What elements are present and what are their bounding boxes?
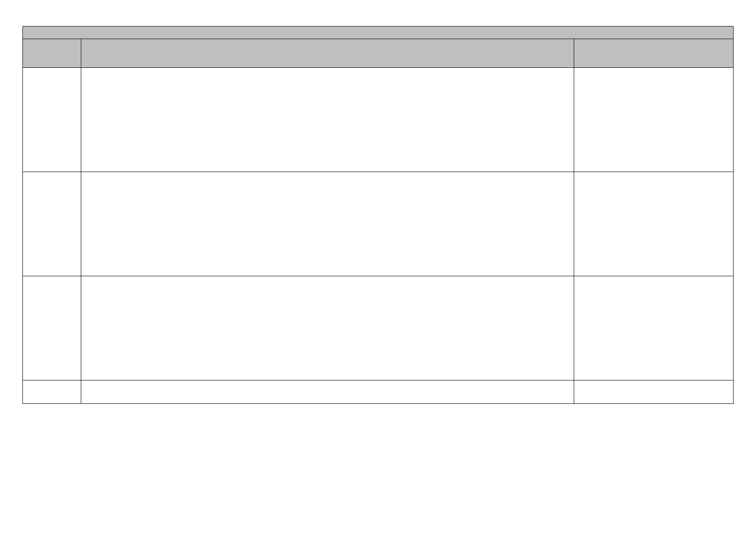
table-title-cell <box>23 27 734 39</box>
table-cell <box>23 276 81 380</box>
table-cell <box>23 172 81 276</box>
table-cell <box>23 68 81 172</box>
table-header-cell <box>574 39 734 68</box>
table-cell <box>574 172 734 276</box>
table-cell <box>23 380 81 404</box>
table-row <box>23 172 734 276</box>
table-row <box>23 68 734 172</box>
table-cell <box>574 380 734 404</box>
table-row <box>23 276 734 380</box>
table-cell <box>81 68 574 172</box>
table-cell <box>574 276 734 380</box>
table-cell <box>81 276 574 380</box>
table-cell <box>81 380 574 404</box>
table-header-cell <box>81 39 574 68</box>
table-cell <box>574 68 734 172</box>
table-row <box>23 380 734 404</box>
table-cell <box>81 172 574 276</box>
table-title-row <box>23 27 734 39</box>
table-header-row <box>23 39 734 68</box>
table-header-cell <box>23 39 81 68</box>
main-table <box>22 26 734 404</box>
